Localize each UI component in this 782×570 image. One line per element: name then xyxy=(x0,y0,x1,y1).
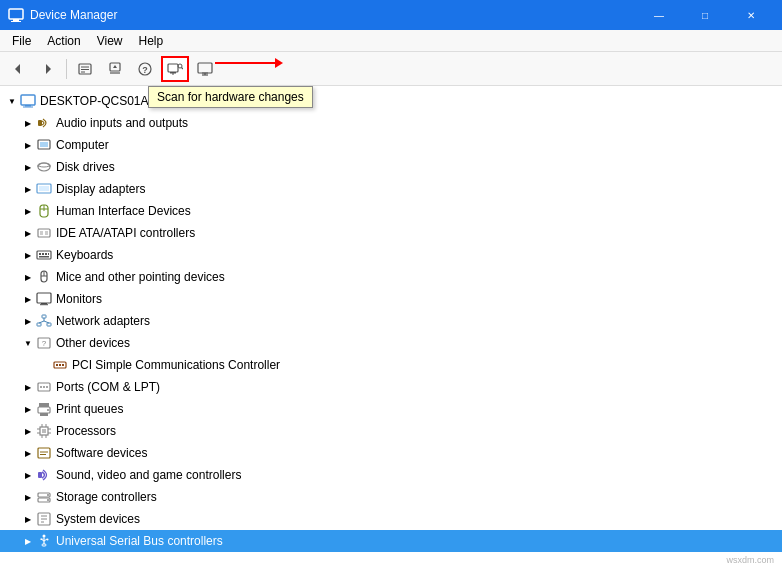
ide-expand[interactable]: ▶ xyxy=(20,225,36,241)
software-expand[interactable]: ▶ xyxy=(20,445,36,461)
cpu-label: Processors xyxy=(56,424,116,438)
svg-rect-34 xyxy=(39,186,49,191)
scan-hardware-button[interactable] xyxy=(161,56,189,82)
hid-expand[interactable]: ▶ xyxy=(20,203,36,219)
sound-icon xyxy=(36,467,52,483)
tree-print[interactable]: ▶ Print queues xyxy=(0,398,782,420)
svg-rect-16 xyxy=(172,73,174,74)
svg-rect-53 xyxy=(42,315,46,318)
tree-cpu[interactable]: ▶ Processors xyxy=(0,420,782,442)
system-icon xyxy=(36,511,52,527)
tree-software[interactable]: ▶ Software devices xyxy=(0,442,782,464)
computer-expand[interactable]: ▶ xyxy=(20,137,36,153)
storage-label: Storage controllers xyxy=(56,490,157,504)
svg-rect-25 xyxy=(23,107,33,108)
svg-rect-24 xyxy=(25,105,31,107)
close-button[interactable]: ✕ xyxy=(728,0,774,30)
monitor-expand[interactable]: ▶ xyxy=(20,291,36,307)
svg-point-72 xyxy=(47,409,49,411)
tree-storage[interactable]: ▶ Storage controllers xyxy=(0,486,782,508)
svg-rect-54 xyxy=(37,323,41,326)
cpu-expand[interactable]: ▶ xyxy=(20,423,36,439)
svg-rect-44 xyxy=(45,253,47,255)
svg-rect-23 xyxy=(21,95,35,105)
tree-usb[interactable]: ▶ Universal Serial Bus controllers xyxy=(0,530,782,552)
svg-line-18 xyxy=(182,67,184,69)
menu-view[interactable]: View xyxy=(89,32,131,50)
title-bar: Device Manager — □ ✕ xyxy=(0,0,782,30)
forward-button[interactable] xyxy=(34,56,62,82)
other-expand[interactable]: ▼ xyxy=(20,335,36,351)
tree-display[interactable]: ▶ Display adapters xyxy=(0,178,782,200)
svg-rect-46 xyxy=(39,256,49,258)
network-expand[interactable]: ▶ xyxy=(20,313,36,329)
svg-rect-55 xyxy=(47,323,51,326)
tree-mouse[interactable]: ▶ Mice and other pointing devices xyxy=(0,266,782,288)
print-expand[interactable]: ▶ xyxy=(20,401,36,417)
disk-expand[interactable]: ▶ xyxy=(20,159,36,175)
svg-rect-74 xyxy=(42,429,46,433)
software-label: Software devices xyxy=(56,446,147,460)
usb-label: Universal Serial Bus controllers xyxy=(56,534,223,548)
svg-point-89 xyxy=(47,494,49,496)
tree-monitor[interactable]: ▶ Monitors xyxy=(0,288,782,310)
tree-computer[interactable]: ▶ Computer xyxy=(0,134,782,156)
minimize-button[interactable]: — xyxy=(636,0,682,30)
svg-rect-64 xyxy=(62,364,64,366)
svg-line-57 xyxy=(39,321,44,323)
tree-ide[interactable]: ▶ IDE ATA/ATAPI controllers xyxy=(0,222,782,244)
toolbar: ? Scan for hardware changes xyxy=(0,52,782,86)
device-tree: ▼ DESKTOP-QCS01A9 ▶ Audio inputs and xyxy=(0,86,782,556)
pci-icon xyxy=(52,357,68,373)
system-expand[interactable]: ▶ xyxy=(20,511,36,527)
svg-point-100 xyxy=(47,539,49,541)
svg-point-68 xyxy=(46,386,48,388)
keyboard-expand[interactable]: ▶ xyxy=(20,247,36,263)
tree-ports[interactable]: ▶ Ports (COM & LPT) xyxy=(0,376,782,398)
ports-expand[interactable]: ▶ xyxy=(20,379,36,395)
menu-help[interactable]: Help xyxy=(131,32,172,50)
computer-icon xyxy=(36,137,52,153)
tree-disk[interactable]: ▶ Disk drives xyxy=(0,156,782,178)
menu-action[interactable]: Action xyxy=(39,32,88,50)
svg-point-30 xyxy=(38,163,50,167)
tree-pci[interactable]: ▶ PCI Simple Communications Controller xyxy=(0,354,782,376)
watermark: wsxdm.com xyxy=(726,555,774,565)
back-button[interactable] xyxy=(4,56,32,82)
tree-sound[interactable]: ▶ Sound, video and game controllers xyxy=(0,464,782,486)
tree-keyboard[interactable]: ▶ Keyboards xyxy=(0,244,782,266)
display-expand[interactable]: ▶ xyxy=(20,181,36,197)
tree-hid[interactable]: ▶ Human Interface Devices xyxy=(0,200,782,222)
usb-expand[interactable]: ▶ xyxy=(20,533,36,549)
ide-label: IDE ATA/ATAPI controllers xyxy=(56,226,195,240)
maximize-button[interactable]: □ xyxy=(682,0,728,30)
storage-expand[interactable]: ▶ xyxy=(20,489,36,505)
menu-file[interactable]: File xyxy=(4,32,39,50)
pci-label: PCI Simple Communications Controller xyxy=(72,358,280,372)
tree-root[interactable]: ▼ DESKTOP-QCS01A9 xyxy=(0,90,782,112)
properties-button[interactable] xyxy=(71,56,99,82)
tree-audio[interactable]: ▶ Audio inputs and outputs xyxy=(0,112,782,134)
svg-marker-4 xyxy=(46,64,51,74)
tree-other[interactable]: ▼ ? Other devices xyxy=(0,332,782,354)
sound-expand[interactable]: ▶ xyxy=(20,467,36,483)
usb-icon xyxy=(36,533,52,549)
monitor-label: Monitors xyxy=(56,292,102,306)
help-button[interactable]: ? xyxy=(131,56,159,82)
tree-system[interactable]: ▶ System devices xyxy=(0,508,782,530)
svg-line-58 xyxy=(44,321,49,323)
tree-network[interactable]: ▶ Network adapters xyxy=(0,310,782,332)
svg-rect-26 xyxy=(38,120,42,126)
root-expand[interactable]: ▼ xyxy=(4,93,20,109)
update-driver-button[interactable] xyxy=(101,56,129,82)
cpu-icon xyxy=(36,423,52,439)
audio-expand[interactable]: ▶ xyxy=(20,115,36,131)
svg-rect-52 xyxy=(40,304,48,305)
system-label: System devices xyxy=(56,512,140,526)
separator-1 xyxy=(66,59,67,79)
svg-rect-101 xyxy=(42,544,46,546)
svg-rect-14 xyxy=(168,64,178,72)
mouse-expand[interactable]: ▶ xyxy=(20,269,36,285)
root-label: DESKTOP-QCS01A9 xyxy=(40,94,155,108)
svg-text:?: ? xyxy=(142,65,148,75)
